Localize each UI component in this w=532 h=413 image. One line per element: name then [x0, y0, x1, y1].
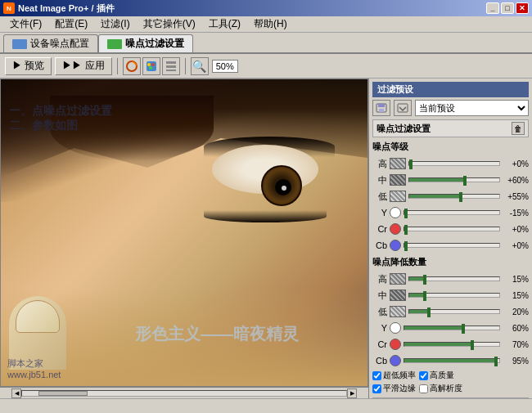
- reduce-cb-circle: [390, 355, 401, 366]
- filter-preset-row: 当前预设: [372, 100, 529, 116]
- preset-save-btn[interactable]: [372, 100, 390, 116]
- noise-y-label: Y: [372, 208, 387, 218]
- title-bar: N Neat Image Pro+ / 插件 _ □ ✕: [0, 0, 532, 16]
- reduce-cb-value: 95%: [503, 357, 529, 366]
- reduce-high-row: 高 15%: [372, 272, 529, 286]
- toolbar-sep-1: [117, 58, 118, 74]
- reduce-cb-track[interactable]: [404, 356, 500, 366]
- noise-level-low-track[interactable]: [408, 191, 500, 201]
- menu-tools[interactable]: 工具(Z): [202, 16, 247, 33]
- maximize-button[interactable]: □: [501, 2, 514, 14]
- cb-ultra-low-freq[interactable]: [372, 371, 381, 380]
- status-bar: [0, 398, 532, 413]
- noise-level-high-row: 高 +0%: [372, 156, 529, 171]
- reduce-cr-track[interactable]: [404, 339, 500, 349]
- eye-pupil: [275, 179, 291, 195]
- noise-cr-label: Cr: [372, 224, 387, 234]
- eye-area: [196, 128, 343, 227]
- noise-section-header: 噪点过滤设置 🗑: [372, 119, 529, 137]
- eye-white: [212, 145, 318, 194]
- noise-level-mid-track[interactable]: [408, 175, 500, 185]
- cb-ultra-low-freq-label: 超低频率: [383, 370, 416, 381]
- noise-cb-value: +0%: [503, 241, 529, 250]
- reduce-y-track[interactable]: [404, 323, 500, 333]
- nail-finger: [9, 296, 66, 370]
- noise-level-low-row: 低 +55%: [372, 189, 529, 204]
- noise-cr-row: Cr +0%: [372, 222, 529, 236]
- app-icon: N: [3, 2, 15, 14]
- noise-cb-row: Cb +0%: [372, 238, 529, 253]
- reduce-high-track[interactable]: [408, 274, 500, 284]
- preview-button[interactable]: ▶ 预览: [5, 57, 52, 75]
- noise-cr-value: +0%: [503, 225, 529, 234]
- noise-cr-track[interactable]: [404, 224, 500, 234]
- reduce-mid-label: 中: [372, 290, 387, 302]
- settings-icon-btn[interactable]: [162, 57, 180, 75]
- right-panel: 过滤预设 当前预设 噪点过滤设置 🗑 噪点等级: [368, 79, 532, 398]
- noise-cb-track[interactable]: [404, 240, 500, 250]
- preset-load-btn[interactable]: [394, 100, 412, 116]
- filter-checkboxes-2: 平滑边缘 高解析度: [372, 383, 529, 394]
- svg-rect-1: [147, 61, 156, 71]
- noise-reduce-header: 噪点降低数量: [372, 254, 529, 270]
- cb-high-resolution[interactable]: [419, 384, 428, 393]
- scroll-left-arrow[interactable]: ◀: [11, 388, 21, 398]
- filter-checkboxes: 超低频率 高质量: [372, 370, 529, 381]
- zoom-value: 50%: [212, 60, 238, 73]
- zoom-out-btn[interactable]: 🔍: [191, 57, 209, 75]
- reduce-cr-label: Cr: [372, 339, 387, 349]
- noise-delete-btn[interactable]: 🗑: [512, 122, 525, 135]
- cb-high-quality-label: 高质量: [430, 370, 454, 381]
- toolbar: ▶ 预览 ▶▶ 应用 🔍 50%: [0, 54, 532, 79]
- close-button[interactable]: ✕: [516, 2, 529, 14]
- reduce-mid-row: 中 15%: [372, 288, 529, 303]
- palette-icon-btn[interactable]: [142, 57, 160, 75]
- tab-device-config[interactable]: 设备噪点配置: [3, 34, 98, 52]
- svg-rect-7: [166, 70, 176, 71]
- device-config-icon: [12, 39, 27, 49]
- minimize-button[interactable]: _: [486, 2, 499, 14]
- cb-high-quality[interactable]: [419, 371, 428, 380]
- noise-section-title: 噪点过滤设置: [376, 123, 431, 135]
- reduce-y-label: Y: [372, 323, 387, 333]
- reduce-cr-circle: [390, 339, 401, 350]
- cb-smooth-edge-label: 平滑边缘: [383, 383, 416, 394]
- apply-button[interactable]: ▶▶ 应用: [55, 57, 111, 75]
- image-panel[interactable]: 一、点噪点过滤设置 二、参数如图 形色主义——暗夜精灵 脚本之家 www.jb5…: [0, 79, 368, 387]
- noise-filter-icon: [107, 39, 122, 49]
- cr-circle: [390, 223, 401, 235]
- filter-preset-header: 过滤预设: [372, 82, 529, 97]
- noise-level-header: 噪点等级: [372, 139, 529, 155]
- nail-tip: [16, 300, 60, 333]
- tab-noise-filter[interactable]: 噪点过滤设置: [98, 34, 193, 52]
- reduce-low-row: 低 20%: [372, 304, 529, 319]
- reduce-mid-track[interactable]: [408, 290, 500, 300]
- reduce-high-label: 高: [372, 273, 387, 285]
- noise-level-high-track[interactable]: [408, 159, 500, 168]
- preset-dropdown[interactable]: 当前预设: [415, 100, 529, 116]
- noise-level-low-label: 低: [372, 191, 387, 203]
- h-scrollbar[interactable]: ◀ ▶: [0, 387, 368, 398]
- menu-help[interactable]: 帮助(H): [247, 16, 294, 33]
- svg-point-3: [151, 63, 155, 66]
- noise-cb-label: Cb: [372, 240, 387, 250]
- reduce-y-row: Y 60%: [372, 321, 529, 335]
- svg-rect-10: [379, 109, 384, 112]
- color-icon-btn[interactable]: [123, 57, 141, 75]
- y-circle: [390, 207, 401, 218]
- menu-file[interactable]: 文件(F): [3, 16, 48, 33]
- scroll-right-arrow[interactable]: ▶: [347, 388, 357, 398]
- scroll-track[interactable]: [21, 390, 347, 397]
- reduce-mid-value: 15%: [503, 291, 529, 300]
- svg-rect-6: [166, 65, 176, 68]
- scroll-thumb[interactable]: [38, 391, 88, 396]
- eye-iris: [261, 165, 302, 206]
- menu-other[interactable]: 其它操作(V): [137, 16, 202, 33]
- noise-y-track[interactable]: [404, 208, 500, 218]
- reduce-low-track[interactable]: [408, 307, 500, 316]
- menu-filter[interactable]: 过滤(I): [94, 16, 136, 33]
- reduce-high-value: 15%: [503, 275, 529, 284]
- menu-config[interactable]: 配置(E): [48, 16, 94, 33]
- window-controls: _ □ ✕: [486, 2, 529, 14]
- cb-smooth-edge[interactable]: [372, 384, 381, 393]
